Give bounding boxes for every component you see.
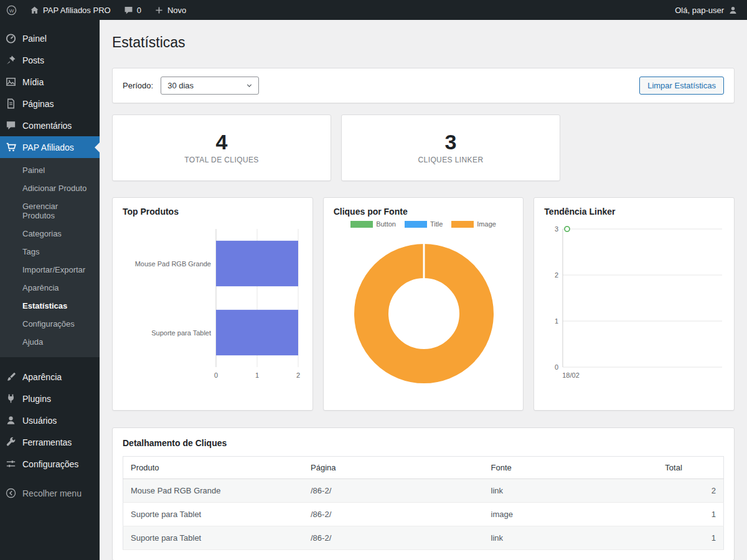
stat-value: 4: [216, 131, 228, 152]
pages-icon: [5, 98, 17, 110]
collapse-menu-button[interactable]: Recolher menu: [0, 482, 100, 504]
site-name: PAP Afiliados PRO: [43, 6, 111, 15]
plus-icon: [154, 5, 164, 16]
sidebar-item-configuracoes[interactable]: Configurações: [0, 453, 100, 475]
legend-item-title[interactable]: Title: [405, 220, 443, 228]
legend-swatch: [405, 221, 427, 228]
comments-shortcut[interactable]: 0: [117, 0, 148, 20]
chart-title: Top Produtos: [123, 207, 303, 217]
sidebar-item-label: Recolher menu: [22, 488, 82, 498]
user-avatar-icon: [728, 5, 738, 16]
submenu-item-gerenciar-produtos[interactable]: Gerenciar Produtos: [0, 197, 100, 225]
submenu-item-tags[interactable]: Tags: [0, 243, 100, 261]
submenu-item-configuracoes[interactable]: Configurações: [0, 315, 100, 333]
sidebar-item-label: Páginas: [22, 99, 54, 109]
sidebar-item-usuarios[interactable]: Usuários: [0, 409, 100, 431]
sidebar-item-label: Plugins: [22, 394, 51, 404]
submenu-item-adicionar-produto[interactable]: Adicionar Produto: [0, 179, 100, 197]
admin-bar: W PAP Afiliados PRO 0 Novo Olá, pap-user: [0, 0, 747, 20]
svg-text:Mouse Pad RGB Grande: Mouse Pad RGB Grande: [135, 260, 211, 268]
submenu-item-ajuda[interactable]: Ajuda: [0, 333, 100, 351]
svg-text:18/02: 18/02: [563, 371, 580, 379]
table-row: Mouse Pad RGB Grande /86-2/ link 2: [123, 479, 724, 503]
column-header-pagina: Página: [303, 457, 484, 479]
submenu-item-importar-exportar[interactable]: Importar/Exportar: [0, 261, 100, 279]
site-link[interactable]: PAP Afiliados PRO: [23, 0, 117, 20]
sidebar-item-label: Ferramentas: [22, 437, 72, 447]
chart-title: Cliques por Fonte: [334, 207, 514, 217]
charts-row: Top Produtos 012Mouse Pad RGB GrandeSupo…: [112, 197, 735, 411]
account-menu[interactable]: Olá, pap-user: [675, 5, 747, 16]
tools-icon: [5, 436, 17, 448]
legend-label: Button: [376, 220, 396, 228]
svg-text:3: 3: [555, 225, 558, 233]
comments-icon: [5, 119, 17, 131]
legend-item-image[interactable]: Image: [451, 220, 496, 228]
cell-pagina: /86-2/: [303, 503, 484, 526]
wordpress-logo-menu[interactable]: W: [0, 0, 23, 20]
sidebar-item-posts[interactable]: Posts: [0, 49, 100, 71]
sidebar-item-label: Configurações: [22, 459, 78, 469]
pap-afiliados-submenu: Painel Adicionar Produto Gerenciar Produ…: [0, 158, 100, 357]
settings-icon: [5, 458, 17, 470]
sidebar-item-plugins[interactable]: Plugins: [0, 388, 100, 409]
sidebar-item-paginas[interactable]: Páginas: [0, 93, 100, 114]
table-title: Detalhamento de Cliques: [123, 438, 724, 448]
svg-text:Suporte para Tablet: Suporte para Tablet: [151, 329, 211, 337]
table-header-row: Produto Página Fonte Total: [123, 457, 724, 479]
admin-menu: Painel Posts Mídia Páginas Comentários P…: [0, 20, 100, 504]
cell-pagina: /86-2/: [303, 479, 484, 503]
greeting-text: Olá, pap-user: [675, 6, 724, 15]
home-icon: [29, 5, 40, 16]
legend-item-button[interactable]: Button: [350, 220, 396, 228]
period-label: Período:: [123, 81, 153, 90]
dashboard-icon: [5, 32, 17, 44]
clear-statistics-button[interactable]: Limpar Estatísticas: [639, 77, 724, 95]
column-header-total: Total: [657, 457, 723, 479]
pin-icon: [5, 54, 17, 66]
submenu-item-categorias[interactable]: Categorias: [0, 225, 100, 243]
chart-card-top-produtos: Top Produtos 012Mouse Pad RGB GrandeSupo…: [112, 197, 313, 411]
cell-total: 2: [657, 479, 723, 503]
new-content-menu[interactable]: Novo: [148, 0, 192, 20]
legend-label: Title: [430, 220, 443, 228]
submenu-item-estatisticas[interactable]: Estatísticas: [0, 297, 100, 315]
stat-value: 3: [445, 131, 457, 152]
stat-card-cliques-linker: 3 CLIQUES LINKER: [341, 114, 560, 181]
sidebar-item-label: Painel: [22, 34, 47, 44]
period-select[interactable]: 30 dias: [161, 77, 259, 95]
comments-count: 0: [137, 6, 141, 15]
sidebar-item-midia[interactable]: Mídia: [0, 71, 100, 93]
table-row: Suporte para Tablet /86-2/ image 1: [123, 503, 724, 526]
sidebar-item-label: PAP Afiliados: [22, 142, 74, 152]
cell-produto: Suporte para Tablet: [123, 526, 304, 550]
svg-text:0: 0: [555, 363, 558, 371]
table-row: Suporte para Tablet /86-2/ link 1: [123, 526, 724, 550]
svg-text:2: 2: [555, 271, 558, 279]
sidebar-item-label: Usuários: [22, 416, 57, 426]
comment-bubble-icon: [123, 5, 134, 16]
sidebar-item-label: Comentários: [22, 121, 72, 131]
sidebar-item-painel[interactable]: Painel: [0, 27, 100, 49]
sidebar-item-comentarios[interactable]: Comentários: [0, 114, 100, 136]
column-header-fonte: Fonte: [484, 457, 658, 479]
sidebar-item-pap-afiliados[interactable]: PAP Afiliados: [0, 136, 100, 158]
legend-swatch: [451, 221, 474, 228]
sidebar-item-ferramentas[interactable]: Ferramentas: [0, 431, 100, 453]
appearance-icon: [5, 371, 17, 383]
admin-bar-left: W PAP Afiliados PRO 0 Novo: [0, 0, 192, 20]
svg-text:1: 1: [555, 317, 558, 325]
cell-fonte: image: [484, 503, 658, 526]
svg-text:W: W: [9, 7, 14, 13]
stats-row: 4 TOTAL DE CLIQUES 3 CLIQUES LINKER: [112, 114, 735, 181]
top-produtos-bar-chart: 012Mouse Pad RGB GrandeSuporte para Tabl…: [123, 220, 303, 391]
sidebar-item-aparencia[interactable]: Aparência: [0, 366, 100, 388]
svg-text:1: 1: [255, 371, 259, 379]
column-header-produto: Produto: [123, 457, 304, 479]
submenu-item-aparencia[interactable]: Aparência: [0, 279, 100, 297]
submenu-item-painel[interactable]: Painel: [0, 161, 100, 179]
media-icon: [5, 76, 17, 88]
period-select-value: 30 dias: [167, 81, 194, 90]
cliques-por-fonte-doughnut-chart: [334, 229, 514, 394]
chevron-down-icon: [245, 82, 253, 90]
